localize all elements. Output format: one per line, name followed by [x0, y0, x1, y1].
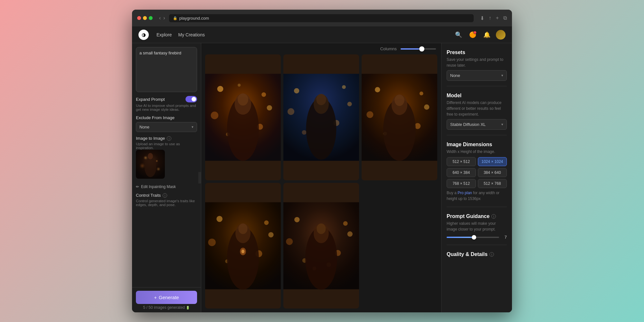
svg-point-61: [317, 223, 326, 234]
app-logo[interactable]: ◑: [138, 30, 149, 40]
bell-icon[interactable]: 🔔: [482, 30, 492, 40]
minimize-button[interactable]: [143, 16, 147, 20]
new-tab-icon[interactable]: +: [496, 15, 499, 21]
image-to-image-desc: Upload an image to use as inspiration.: [136, 142, 197, 150]
svg-point-17: [238, 93, 248, 106]
control-traits-label: Control Traits: [136, 193, 161, 198]
close-button[interactable]: [137, 16, 141, 20]
model-dropdown[interactable]: Stable Diffusion XL ▾: [447, 119, 507, 130]
dim-btn-512x512[interactable]: 512 × 512: [447, 157, 476, 166]
columns-slider-fill: [401, 48, 422, 50]
svg-point-2: [145, 157, 147, 159]
prompt-input[interactable]: a small fantasy firebird: [136, 47, 197, 92]
divider-2: [447, 135, 507, 135]
back-button[interactable]: ‹: [159, 15, 161, 21]
forward-button[interactable]: ›: [163, 15, 165, 21]
svg-point-21: [288, 108, 294, 115]
columns-slider-thumb[interactable]: [419, 46, 424, 52]
svg-point-9: [261, 92, 266, 97]
grid-image-1[interactable]: [205, 54, 281, 180]
svg-point-20: [342, 85, 346, 89]
model-arrow-icon: ▾: [501, 122, 503, 127]
image-to-image-info-icon[interactable]: i: [167, 136, 171, 141]
user-avatar[interactable]: [496, 30, 506, 40]
model-value: Stable Diffusion XL: [450, 122, 486, 127]
divider-3: [447, 207, 507, 207]
exclude-value: None: [139, 125, 149, 129]
edit-mask-label: Edit Inpainting Mask: [141, 185, 176, 189]
generate-section: + Generate 5 / 50 images generated 🔋: [132, 287, 201, 312]
grid-image-5[interactable]: [283, 183, 359, 309]
image-dimensions-title: Image Dimensions: [447, 142, 507, 147]
svg-point-1: [145, 158, 156, 177]
dimension-grid: 512 × 512 1024 × 1024 640 × 384 384 × 64…: [447, 157, 507, 188]
prompt-guidance-title: Prompt Guidance: [447, 213, 489, 219]
prompt-guidance-slider[interactable]: [447, 237, 499, 238]
notification-icon[interactable]: 🟠: [468, 30, 478, 40]
quality-details-info-icon[interactable]: i: [489, 252, 494, 257]
grid-image-4[interactable]: [205, 183, 281, 309]
prompt-guidance-value: 7: [502, 235, 507, 240]
quality-details-title: Quality & Details: [447, 251, 488, 257]
download-icon[interactable]: ⬇: [480, 15, 484, 21]
expand-prompt-label: Expand Prompt: [136, 97, 165, 102]
grid-image-2[interactable]: [283, 54, 359, 180]
dim-btn-768x512[interactable]: 768 × 512: [447, 179, 476, 188]
pro-plan-text: Buy a Pro plan for any width or height u…: [447, 190, 507, 202]
control-traits-section: Control Traits i Control generated image…: [136, 193, 197, 207]
svg-point-47: [238, 223, 247, 234]
expand-prompt-toggle[interactable]: [185, 96, 197, 102]
image-preview[interactable]: [136, 150, 165, 179]
tabs-icon[interactable]: ⧉: [503, 15, 507, 21]
nav-explore[interactable]: Explore: [156, 32, 172, 37]
panel-collapse-icon[interactable]: ›: [198, 172, 201, 184]
maximize-button[interactable]: [149, 16, 153, 20]
prompt-guidance-thumb[interactable]: [472, 235, 476, 240]
address-bar[interactable]: 🔒 playground.com: [169, 14, 474, 22]
generate-label: Generate: [159, 295, 179, 300]
model-title: Model: [447, 93, 507, 99]
svg-point-4: [141, 165, 144, 167]
svg-point-37: [394, 95, 404, 106]
grid-image-3[interactable]: [362, 54, 437, 180]
prompt-guidance-section: Prompt Guidance i Higher values will mak…: [447, 213, 507, 240]
divider-1: [447, 86, 507, 86]
dim-btn-640x384[interactable]: 640 × 384: [447, 168, 476, 177]
columns-slider[interactable]: [401, 48, 436, 50]
generate-plus-icon: +: [154, 295, 157, 300]
nav-links: Explore My Creations: [156, 32, 205, 37]
control-traits-info-icon[interactable]: i: [163, 193, 167, 198]
dim-btn-384x640[interactable]: 384 × 640: [478, 168, 507, 177]
svg-point-40: [264, 220, 269, 225]
edit-mask-button[interactable]: ✏ Edit Inpainting Mask: [136, 185, 197, 189]
svg-point-39: [216, 216, 223, 222]
search-icon[interactable]: 🔍: [453, 30, 464, 40]
battery-icon: 🔋: [186, 306, 190, 309]
image-to-image-label: Image to Image: [136, 136, 165, 141]
nav-creations[interactable]: My Creations: [178, 32, 204, 37]
image-grid: [201, 54, 441, 312]
svg-point-31: [366, 111, 373, 118]
url-text: playground.com: [179, 16, 209, 21]
center-panel: Columns: [201, 43, 441, 312]
svg-point-27: [316, 94, 326, 105]
svg-point-8: [217, 86, 223, 92]
lock-icon: 🔒: [173, 16, 177, 20]
generate-button[interactable]: + Generate: [136, 291, 197, 304]
image-dimensions-section: Image Dimensions Width x Height of the i…: [447, 142, 507, 202]
exclude-section: Exclude From Image None ▾: [136, 115, 197, 132]
dim-btn-512x768[interactable]: 512 × 768: [478, 179, 507, 188]
exclude-arrow-icon: ▾: [192, 125, 194, 129]
mask-icon: ✏: [136, 185, 139, 189]
model-section: Model Different AI models can produce di…: [447, 93, 507, 130]
pro-plan-link[interactable]: Pro plan: [458, 191, 472, 195]
svg-point-14: [238, 84, 241, 87]
presets-title: Presets: [447, 50, 507, 55]
dim-btn-1024x1024[interactable]: 1024 × 1024: [478, 157, 507, 166]
prompt-guidance-info-icon[interactable]: i: [491, 214, 496, 219]
svg-point-10: [211, 112, 219, 119]
svg-point-5: [157, 168, 159, 170]
presets-dropdown[interactable]: None ▾: [447, 70, 507, 81]
exclude-dropdown[interactable]: None ▾: [136, 122, 197, 132]
share-icon[interactable]: ↑: [489, 15, 491, 21]
